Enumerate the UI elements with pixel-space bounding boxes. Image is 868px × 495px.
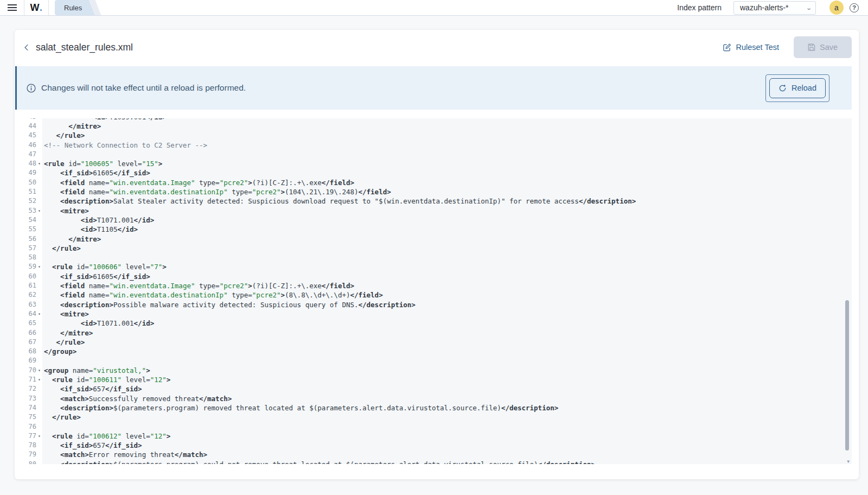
code-line: 49 <if_sid>61605</if_sid> xyxy=(16,168,852,177)
code-text: <field name="win.eventdata.destinationIp… xyxy=(42,290,383,300)
fold-toggle-icon[interactable]: ▾ xyxy=(36,159,42,168)
code-line: 60 <if_sid>61605</if_sid> xyxy=(16,272,852,281)
fold-toggle-icon[interactable]: ▾ xyxy=(36,375,42,384)
back-button[interactable] xyxy=(18,39,34,55)
index-pattern-value: wazuh-alerts-* xyxy=(740,3,788,12)
fold-spacer xyxy=(36,150,42,159)
line-number: 56 xyxy=(16,234,36,244)
line-gutter: 47 xyxy=(16,150,42,159)
line-gutter: 45 xyxy=(16,131,42,140)
fold-spacer xyxy=(36,347,42,356)
breadcrumb-tab-rules[interactable]: Rules xyxy=(55,0,95,15)
reload-button[interactable]: Reload xyxy=(769,78,826,98)
line-gutter: 53▾ xyxy=(16,206,42,215)
line-number: 61 xyxy=(16,281,36,290)
code-text: <mitre> xyxy=(42,309,89,319)
fold-spacer xyxy=(36,450,42,459)
menu-button[interactable] xyxy=(0,0,24,15)
ruleset-test-button[interactable]: Ruleset Test xyxy=(723,43,779,52)
line-gutter: 63 xyxy=(16,300,42,309)
fold-toggle-icon[interactable]: ▾ xyxy=(36,262,42,271)
code-text xyxy=(42,356,44,365)
chevron-down-icon: ⌄ xyxy=(806,5,812,11)
line-number: 54 xyxy=(16,215,36,225)
help-icon[interactable]: ? xyxy=(850,3,859,12)
line-number: 72 xyxy=(16,384,36,394)
code-line: 55 <id>T1105</id> xyxy=(16,225,852,234)
save-button[interactable]: Save xyxy=(794,36,852,58)
callout-message: Changes will not take effect until a rel… xyxy=(41,83,246,93)
divider xyxy=(48,0,49,15)
line-gutter: 66 xyxy=(16,328,42,338)
fold-spacer xyxy=(36,244,42,253)
line-number: 74 xyxy=(16,403,36,412)
line-gutter: 71▾ xyxy=(16,375,42,384)
line-number: 76 xyxy=(16,422,36,431)
fold-spacer xyxy=(36,272,42,281)
fold-spacer xyxy=(36,234,42,244)
line-gutter: 44 xyxy=(16,122,42,131)
file-editor-panel: salat_stealer_rules.xml Ruleset Test Sav… xyxy=(15,30,859,479)
fold-toggle-icon[interactable]: ▾ xyxy=(36,366,42,375)
fold-spacer xyxy=(36,412,42,422)
callout-message-row: Changes will not take effect until a rel… xyxy=(27,83,246,93)
index-pattern-select[interactable]: wazuh-alerts-* ⌄ xyxy=(733,1,816,15)
fold-toggle-icon[interactable]: ▾ xyxy=(36,309,42,319)
line-gutter: 46 xyxy=(16,141,42,150)
fold-spacer xyxy=(36,131,42,140)
scrollbar-down-arrow[interactable]: ▼ xyxy=(847,459,850,464)
fold-toggle-icon[interactable]: ▾ xyxy=(36,206,42,215)
line-gutter: 52 xyxy=(16,196,42,206)
file-header: salat_stealer_rules.xml Ruleset Test Sav… xyxy=(15,30,859,65)
code-text: <!-- Network Connection to C2 Server --> xyxy=(42,141,207,150)
line-number: 51 xyxy=(16,187,36,196)
fold-toggle-icon[interactable]: ▾ xyxy=(36,431,42,441)
line-number: 58 xyxy=(16,253,36,262)
line-number: 52 xyxy=(16,196,36,206)
code-line: 74 <description>$(parameters.program) re… xyxy=(16,403,852,412)
code-editor[interactable]: 43 <id>T1059.001</id>44 </mitre>45 </rul… xyxy=(16,118,852,464)
code-line: 62 <field name="win.eventdata.destinatio… xyxy=(16,290,852,300)
code-text: <rule id="100606" level="7"> xyxy=(42,262,167,271)
fold-spacer xyxy=(36,168,42,177)
code-line: 50 <field name="win.eventdata.Image" typ… xyxy=(16,178,852,187)
code-text: <field name="win.eventdata.Image" type="… xyxy=(42,178,354,187)
line-number: 50 xyxy=(16,178,36,187)
code-line: 59▾ <rule id="100606" level="7"> xyxy=(16,262,852,271)
line-number: 45 xyxy=(16,131,36,140)
line-number: 63 xyxy=(16,300,36,309)
code-text: <rule id="100605" level="15"> xyxy=(42,159,162,168)
code-line: 75 </rule> xyxy=(16,412,852,422)
fold-spacer xyxy=(36,300,42,309)
line-number: 55 xyxy=(16,225,36,234)
code-line: 61 <field name="win.eventdata.Image" typ… xyxy=(16,281,852,290)
code-text: <group name="virustotal,"> xyxy=(42,366,150,375)
code-line: 65 <id>T1071.001</id> xyxy=(16,319,852,328)
avatar[interactable]: a xyxy=(829,1,844,15)
code-line: 57 </rule> xyxy=(16,244,852,253)
code-line: 76 xyxy=(16,422,852,431)
line-number: 60 xyxy=(16,272,36,281)
hamburger-icon xyxy=(8,7,17,8)
line-gutter: 64▾ xyxy=(16,309,42,319)
fold-spacer xyxy=(36,403,42,412)
line-gutter: 59▾ xyxy=(16,262,42,271)
code-line: 63 <description>Possible malware activit… xyxy=(16,300,852,309)
line-number: 53 xyxy=(16,206,36,215)
code-line: 70▾<group name="virustotal,"> xyxy=(16,366,852,375)
line-gutter: 72 xyxy=(16,384,42,394)
logo-text: W xyxy=(30,2,40,14)
code-text: </rule> xyxy=(42,131,85,140)
code-text: <id>T1071.001</id> xyxy=(42,319,154,328)
code-line: 72 <if_sid>657</if_sid> xyxy=(16,384,852,394)
line-gutter: 74 xyxy=(16,403,42,412)
fold-spacer xyxy=(36,253,42,262)
line-number: 44 xyxy=(16,122,36,131)
code-text: <description>$(parameters.program) could… xyxy=(42,460,595,464)
line-gutter: 51 xyxy=(16,187,42,196)
editor-scrollbar-thumb[interactable] xyxy=(845,300,849,450)
line-gutter: 60 xyxy=(16,272,42,281)
code-text: <rule id="100612" level="12"> xyxy=(42,431,170,441)
line-number: 73 xyxy=(16,394,36,403)
wazuh-logo[interactable]: W. xyxy=(24,0,48,15)
